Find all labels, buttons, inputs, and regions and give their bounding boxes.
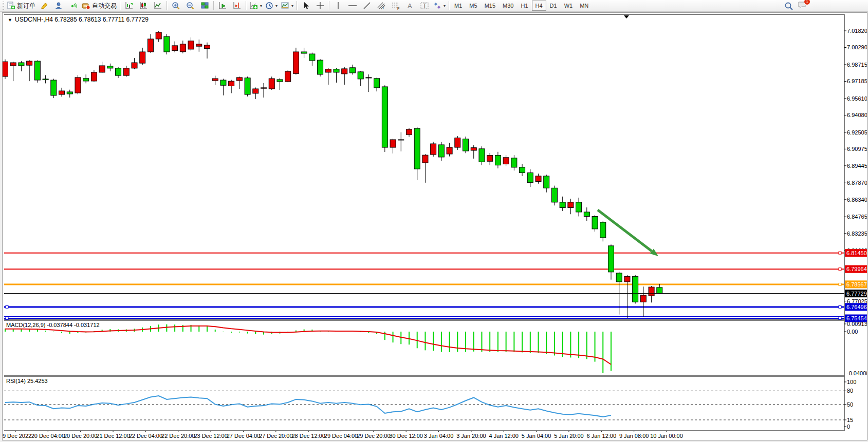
bar-chart-button[interactable] (122, 0, 136, 11)
text-button[interactable]: A (403, 0, 417, 11)
toolbar-separator (167, 1, 167, 10)
candle-bear (414, 128, 420, 169)
time-tick-label: 22 Dec 04:00 (129, 433, 162, 439)
timeframe-m1[interactable]: M1 (451, 1, 466, 11)
timeframe-h4[interactable]: H4 (532, 1, 546, 11)
candle-bull (172, 46, 178, 51)
price-tick-label: 6.84765 (847, 214, 867, 220)
line-chart-icon (154, 2, 162, 10)
zoom-out-icon (186, 2, 195, 10)
line-handle[interactable] (6, 317, 8, 320)
plot-background (4, 14, 844, 431)
toolbar-right-group: 1 (784, 1, 807, 11)
tile-windows-button[interactable] (197, 0, 212, 11)
auto-scroll-button[interactable] (215, 0, 230, 11)
channel-icon: E (377, 2, 386, 10)
crosshair-icon (316, 2, 324, 10)
line-handle[interactable] (839, 252, 841, 254)
template-button[interactable]: ▾ (279, 0, 295, 11)
hline-icon (348, 2, 357, 10)
time-tick-label: 22 Dec 20:00 (161, 433, 195, 439)
time-tick-label: 28 Dec 12:00 (291, 433, 325, 439)
candlestick-icon (139, 2, 148, 10)
search-icon[interactable] (784, 2, 793, 11)
line-handle[interactable] (839, 283, 841, 285)
timeframe-h1[interactable]: H1 (517, 1, 531, 11)
cursor-button[interactable] (299, 0, 313, 11)
cursor-icon (302, 2, 309, 10)
candle-bear (220, 80, 226, 85)
timeframe-w1[interactable]: W1 (561, 1, 577, 11)
fibonacci-button[interactable]: F (389, 0, 403, 11)
timeframe-bar: M1M5M15M30H1H4D1W1MN (451, 1, 592, 11)
price-tick-label: 6.98715 (847, 62, 867, 68)
svg-text:F: F (397, 7, 399, 10)
shapes-button[interactable]: ▾ (432, 0, 447, 11)
market-watch-button[interactable] (51, 0, 66, 11)
macd-axis-label: 0.00 (847, 329, 858, 335)
candle-bull (325, 69, 331, 72)
candle-bull (91, 72, 97, 81)
horizontal-line-button[interactable] (345, 0, 360, 11)
zoom-out-button[interactable] (183, 0, 197, 11)
notifications-button[interactable]: 1 (798, 1, 807, 11)
timeframe-m15[interactable]: M15 (481, 1, 499, 11)
trendline-button[interactable] (360, 0, 374, 11)
signals-button[interactable] (66, 0, 80, 11)
timeframe-mn[interactable]: MN (576, 1, 592, 11)
line-chart-button[interactable] (151, 0, 165, 11)
candle-bull (624, 276, 630, 282)
candle-bear (633, 276, 638, 302)
time-tick-label: 3 Jan 20:00 (456, 433, 486, 439)
macd-axis-label: -0.040081 (847, 370, 867, 376)
text-label-button[interactable]: T (417, 0, 432, 11)
timeframe-d1[interactable]: D1 (546, 1, 561, 11)
candlestick-chart-button[interactable] (136, 0, 151, 11)
candle-bear (592, 217, 598, 229)
candle-bear (245, 78, 250, 94)
candle-bull (487, 156, 493, 162)
auto-trading-icon (82, 2, 90, 10)
new-order-label: 新订单 (17, 2, 35, 10)
candle-bear (616, 273, 622, 282)
new-order-button[interactable]: 新订单 (5, 0, 37, 11)
auto-trading-button[interactable]: 自动交易 (80, 0, 118, 11)
crosshair-button[interactable] (313, 0, 327, 11)
indicators-button[interactable]: ▾ (248, 0, 264, 11)
chart-menu-toggle: ▼ (8, 17, 12, 23)
candle-bear (358, 72, 363, 79)
time-tick-label: 29 Dec 04:00 (324, 433, 358, 439)
periods-button[interactable]: ▾ (264, 0, 279, 11)
chart-shift-button[interactable] (230, 0, 244, 11)
toolbar-separator (213, 1, 214, 10)
toolbar-separator (329, 1, 329, 10)
candle-bear (382, 87, 387, 147)
candle-bull (253, 89, 258, 93)
fibonacci-icon: F (391, 2, 400, 10)
text-icon: A (407, 2, 414, 10)
toolbar-separator (120, 1, 120, 10)
price-tick-label: 6.83235 (847, 230, 867, 237)
svg-text:A: A (408, 2, 412, 10)
styles-button[interactable] (37, 0, 51, 11)
line-handle[interactable] (839, 305, 841, 308)
channel-button[interactable]: E (374, 0, 389, 11)
candle-bull (390, 140, 396, 147)
time-tick-label: 23 Dec 12:00 (194, 433, 227, 439)
chevron-down-icon: ▾ (444, 4, 446, 8)
line-handle[interactable] (839, 268, 841, 271)
line-handle[interactable] (6, 305, 8, 308)
candle-bull (3, 62, 8, 76)
timeframe-m5[interactable]: M5 (466, 1, 481, 11)
candle-bear (83, 79, 89, 81)
price-badge-label: 6.79964 (846, 266, 867, 272)
chart-canvas[interactable]: 7.018207.002906.987156.971856.956106.940… (3, 13, 867, 440)
vertical-line-button[interactable] (331, 0, 345, 11)
candle-bull (285, 71, 291, 82)
timeframe-m30[interactable]: M30 (499, 1, 517, 11)
candle-bull (342, 69, 347, 74)
zoom-in-button[interactable] (169, 0, 183, 11)
line-handle[interactable] (839, 317, 841, 320)
price-badge-label: 6.78567 (846, 281, 867, 287)
price-tick-label: 6.92505 (847, 129, 867, 136)
